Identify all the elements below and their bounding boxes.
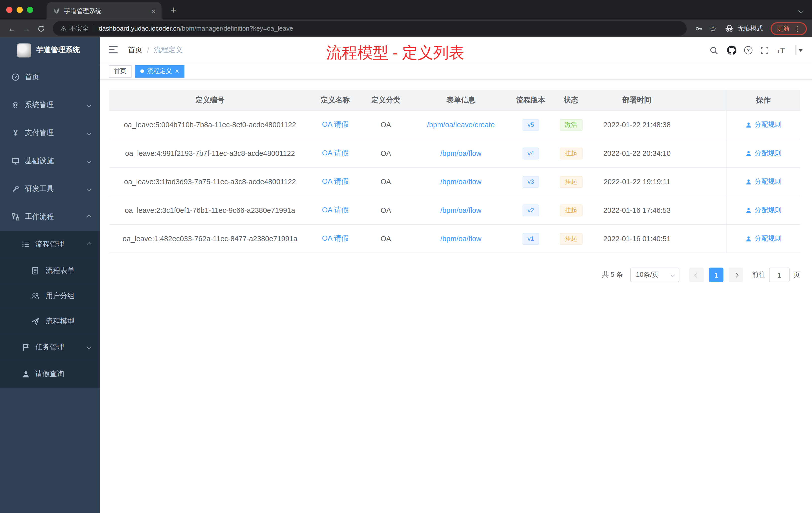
reload-button[interactable] (34, 22, 48, 35)
gear-icon (11, 101, 20, 109)
sidebar: 芋道管理系统 首页系统管理¥支付管理基础设施研发工具工作流程流程管理流程表单用户… (0, 37, 100, 513)
chevron-down-icon (670, 273, 675, 277)
status-cell: 挂起 (552, 139, 590, 167)
table-row: oa_leave:2:3c1f0ef1-76b1-11ec-9c66-a2380… (109, 196, 800, 224)
form-info-link[interactable]: /bpm/oa/leave/create (427, 121, 495, 129)
spacer-cell (684, 224, 726, 252)
prev-page-button[interactable] (689, 268, 704, 282)
chrome-update-button[interactable]: 更新 (771, 22, 807, 35)
definition-name-link[interactable]: OA 请假 (322, 177, 348, 186)
status-tag: 激活 (560, 119, 582, 130)
navbar-actions (709, 45, 804, 55)
chevron-down-icon (87, 103, 91, 108)
sidebar-item-process-manage[interactable]: 流程管理 (0, 231, 100, 258)
url-domain: dashboard.yudao.iocoder.cn (99, 25, 180, 32)
sidebar-item-payment[interactable]: ¥支付管理 (0, 119, 100, 147)
column-header-spacer (684, 90, 726, 110)
operation-cell: 分配规则 (726, 168, 800, 195)
tab-favicon-leaf-icon (53, 7, 60, 14)
assign-rule-link[interactable]: 分配规则 (745, 177, 781, 186)
tag-active[interactable]: 流程定义 (135, 65, 184, 78)
definition-category-cell: OA (360, 196, 411, 224)
browser-menu-kebab-icon[interactable] (794, 25, 801, 32)
send-icon (31, 317, 39, 325)
assign-rule-link[interactable]: 分配规则 (745, 149, 781, 158)
sidebar-item-process-form[interactable]: 流程表单 (0, 258, 100, 283)
assign-rule-link[interactable]: 分配规则 (745, 206, 781, 215)
column-header: 定义编号 (109, 90, 311, 110)
operation-cell: 分配规则 (726, 111, 800, 139)
sidebar-item-user-group[interactable]: 用户分组 (0, 283, 100, 308)
form-info-link[interactable]: /bpm/oa/flow (440, 234, 482, 243)
zoom-window-button[interactable] (27, 7, 33, 13)
assign-rule-link[interactable]: 分配规则 (745, 120, 781, 129)
column-header: 状态 (552, 90, 590, 110)
form-info-link[interactable]: /bpm/oa/flow (440, 177, 482, 186)
tab-close-icon[interactable] (149, 7, 157, 15)
definition-category-cell: OA (360, 168, 411, 195)
status-tag: 挂起 (560, 176, 582, 187)
sidebar-item-leave-query[interactable]: 请假查询 (0, 361, 100, 388)
sidebar-item-home[interactable]: 首页 (0, 63, 100, 91)
table-row: oa_leave:4:991f2193-7b7f-11ec-a3c8-acde4… (109, 139, 800, 168)
forward-button[interactable] (20, 22, 33, 35)
user-icon (745, 121, 752, 128)
sidebar-item-workflow[interactable]: 工作流程 (0, 203, 100, 231)
definition-name-link[interactable]: OA 请假 (322, 149, 348, 158)
table-row: oa_leave:1:482ec033-762a-11ec-8477-a2380… (109, 224, 800, 253)
assign-rule-label: 分配规则 (754, 177, 781, 186)
sidebar-item-task-manage[interactable]: 任务管理 (0, 334, 100, 361)
bookmark-star-icon[interactable] (706, 22, 720, 35)
definition-name-link[interactable]: OA 请假 (322, 206, 348, 215)
definition-category: OA (381, 206, 391, 214)
hamburger-icon[interactable] (108, 44, 119, 56)
help-icon[interactable] (744, 46, 752, 55)
definition-name-cell: OA 请假 (311, 139, 360, 167)
avatar[interactable] (795, 45, 796, 55)
breadcrumb-home[interactable]: 首页 (128, 46, 142, 55)
form-info-link[interactable]: /bpm/oa/flow (440, 149, 482, 157)
page-size-select[interactable]: 10条/页 (630, 268, 679, 282)
fullscreen-icon[interactable] (759, 45, 770, 55)
back-button[interactable] (5, 22, 19, 35)
new-tab-button[interactable] (167, 4, 180, 16)
page-1-button[interactable]: 1 (709, 268, 724, 282)
deploy-time-cell: 2022-01-22 19:19:11 (590, 168, 684, 195)
goto-label: 前往 (752, 270, 765, 280)
minimize-window-button[interactable] (17, 7, 23, 13)
next-page-button[interactable] (729, 268, 743, 282)
search-icon[interactable] (709, 45, 719, 55)
deploy-time: 2022-01-22 21:48:38 (603, 121, 671, 129)
tab-search-chevron-icon[interactable] (799, 5, 803, 14)
password-key-icon[interactable] (692, 22, 705, 35)
sidebar-item-label: 系统管理 (25, 100, 88, 110)
browser-toolbar: 不安全 dashboard.yudao.iocoder.cn/bpm/manag… (0, 20, 812, 37)
definition-name-link[interactable]: OA 请假 (322, 120, 348, 129)
spacer-cell (684, 111, 726, 139)
tag-item[interactable]: 首页 (109, 65, 132, 78)
address-bar[interactable]: 不安全 dashboard.yudao.iocoder.cn/bpm/manag… (53, 21, 687, 36)
update-label: 更新 (777, 24, 790, 33)
form-info-cell: /bpm/oa/flow (412, 168, 510, 195)
site-security-chip[interactable]: 不安全 (60, 24, 89, 33)
status-cell: 挂起 (552, 224, 590, 252)
definition-category: OA (381, 234, 391, 243)
sidebar-item-infra[interactable]: 基础设施 (0, 147, 100, 175)
form-info-link[interactable]: /bpm/oa/flow (440, 206, 482, 214)
infra-icon (11, 157, 20, 165)
github-icon[interactable] (726, 45, 737, 55)
sidebar-item-system[interactable]: 系统管理 (0, 91, 100, 119)
goto-page-input[interactable] (769, 268, 790, 282)
close-window-button[interactable] (6, 7, 12, 13)
sidebar-item-devtools[interactable]: 研发工具 (0, 175, 100, 203)
user-menu[interactable] (795, 46, 796, 55)
tab-strip: 芋道管理系统 (0, 0, 812, 20)
user-icon (745, 178, 752, 185)
font-size-icon[interactable] (777, 47, 785, 54)
browser-tab[interactable]: 芋道管理系统 (47, 2, 162, 20)
status-tag: 挂起 (560, 233, 582, 244)
assign-rule-link[interactable]: 分配规则 (745, 234, 781, 243)
definition-name-link[interactable]: OA 请假 (322, 234, 348, 243)
sidebar-item-process-model[interactable]: 流程模型 (0, 308, 100, 334)
tag-close-icon[interactable] (175, 68, 179, 74)
